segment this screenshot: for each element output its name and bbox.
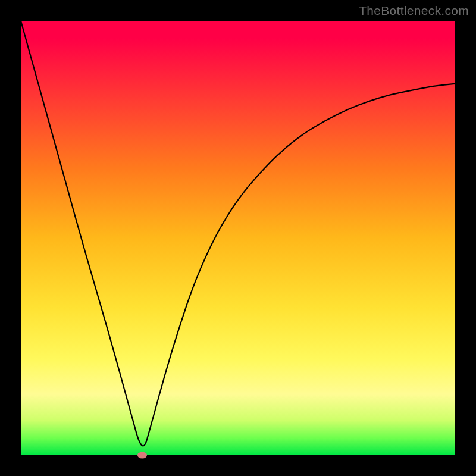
watermark-text: TheBottleneck.com (359, 4, 469, 18)
chart-frame: TheBottleneck.com (0, 0, 476, 476)
min-marker (137, 452, 147, 459)
curve-svg (21, 21, 455, 455)
plot-area (21, 21, 455, 455)
bottleneck-curve (21, 21, 455, 446)
